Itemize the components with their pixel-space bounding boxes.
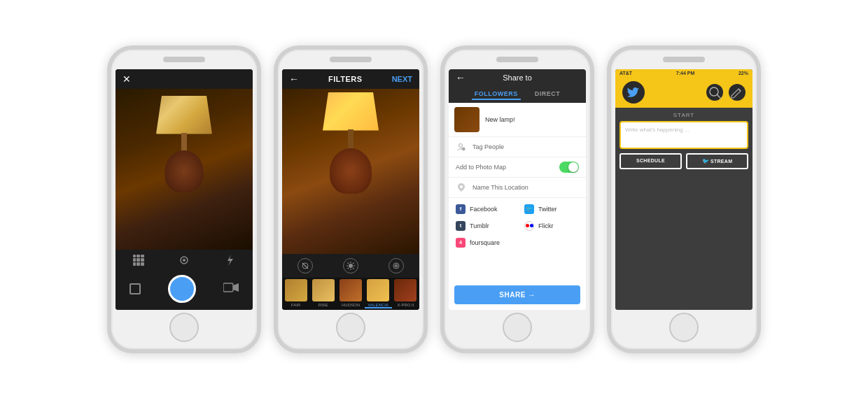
location-icon — [456, 182, 467, 193]
tweetdeck-content: START Write what's happening ... SCHEDUL… — [615, 108, 752, 310]
filter-xpro-label: X-PRO II — [397, 303, 414, 307]
camera-viewfinder — [115, 89, 253, 250]
post-preview: New lamp! — [449, 103, 586, 137]
location-row[interactable]: Name This Location — [449, 178, 586, 198]
location-label: Name This Location — [472, 184, 528, 191]
camera-controls — [115, 250, 253, 271]
next-button[interactable]: NEXT — [392, 75, 412, 83]
tweet-input-placeholder: Write what's happening ... — [625, 127, 690, 133]
filter-rise[interactable]: RISE — [309, 278, 337, 310]
facebook-label: Facebook — [470, 206, 498, 213]
filter-strip: FAIR RISE HUDSON VALENCIA — [282, 278, 419, 310]
toggle-thumb — [568, 162, 578, 172]
filters-viewfinder — [282, 89, 419, 254]
tumblr-icon: t — [456, 221, 465, 231]
filters-header: ← FILTERS NEXT — [282, 69, 419, 89]
carrier-label: AT&T — [620, 71, 632, 76]
svg-point-7 — [349, 264, 353, 268]
back-icon[interactable]: ← — [289, 73, 299, 85]
svg-marker-2 — [227, 255, 233, 266]
filtered-lamp-base — [348, 129, 354, 150]
facebook-icon: f — [456, 204, 465, 214]
tag-icon: + — [456, 141, 467, 152]
svg-point-22 — [460, 185, 463, 188]
share-tabs: FOLLOWERS DIRECT — [449, 86, 586, 103]
camera-bottom-controls — [115, 271, 253, 310]
tumblr-label: Tumblr — [470, 222, 489, 229]
svg-line-15 — [347, 268, 349, 269]
facebook-item[interactable]: f Facebook — [449, 201, 517, 218]
filters-screen: ← FILTERS NEXT — [282, 69, 419, 310]
close-icon[interactable]: ✕ — [122, 73, 131, 85]
svg-point-18 — [396, 265, 397, 266]
svg-line-13 — [353, 268, 354, 269]
post-thumbnail — [454, 107, 479, 132]
focus-icon[interactable] — [178, 254, 190, 266]
twitter-bird-icon: 🐦 — [702, 158, 709, 164]
filter-hudson[interactable]: HUDSON — [337, 278, 364, 310]
photo-map-label: Add to Photo Map — [456, 164, 506, 171]
svg-line-12 — [347, 262, 349, 264]
svg-line-24 — [717, 94, 721, 99]
social-networks: f Facebook 🐦 Twitter t Tumblr — [449, 198, 586, 254]
share-back-icon[interactable]: ← — [456, 72, 465, 83]
tab-direct[interactable]: DIRECT — [532, 89, 564, 100]
filter-valencia[interactable]: VALENCIA — [365, 278, 392, 310]
twitter-label: Twitter — [538, 206, 557, 213]
time-label: 7:44 PM — [676, 71, 694, 76]
camera-header: ✕ — [115, 69, 253, 89]
share-button[interactable]: SHARE → — [454, 285, 580, 304]
battery-label: 22% — [738, 71, 748, 76]
tab-followers[interactable]: FOLLOWERS — [472, 89, 521, 100]
lightning-icon[interactable] — [223, 254, 236, 266]
filter-controls — [282, 254, 419, 278]
no-filter-icon[interactable] — [298, 258, 313, 273]
stream-label: STREAM — [710, 159, 732, 164]
foursquare-icon: 4 — [456, 238, 465, 248]
share-header: ← Share to — [449, 69, 586, 86]
schedule-button[interactable]: SCHEDULE — [620, 153, 682, 169]
phone-filters: ← FILTERS NEXT — [274, 45, 428, 353]
foursquare-item[interactable]: 4 foursquare — [449, 234, 517, 251]
compose-icon[interactable] — [729, 84, 746, 101]
tumblr-item[interactable]: t Tumblr — [449, 218, 517, 234]
stream-button[interactable]: 🐦 STREAM — [686, 153, 748, 169]
tag-people-row[interactable]: + Tag People — [449, 137, 586, 157]
photo-map-toggle[interactable] — [559, 162, 579, 173]
tweetdeck-header — [615, 77, 752, 108]
post-caption: New lamp! — [485, 116, 515, 123]
flickr-item[interactable]: Flickr — [517, 218, 586, 234]
phones-container: ✕ — [93, 31, 775, 367]
camera-screen: ✕ — [115, 69, 253, 310]
phone-tweetdeck: AT&T 7:44 PM 22% — [607, 45, 761, 353]
share-button-label: SHARE → — [499, 291, 535, 299]
effects-icon[interactable] — [388, 258, 404, 273]
twitter-item[interactable]: 🐦 Twitter — [517, 201, 586, 218]
tweetdeck-screen: AT&T 7:44 PM 22% — [615, 69, 752, 310]
capture-button[interactable] — [168, 275, 196, 303]
grid-icon[interactable] — [132, 254, 145, 266]
video-icon[interactable] — [223, 283, 239, 295]
share-title: Share to — [503, 73, 532, 82]
tag-people-label: Tag People — [472, 143, 504, 150]
header-icons — [706, 84, 746, 101]
phone-share: ← Share to FOLLOWERS DIRECT New lamp! — [440, 45, 594, 353]
photo-map-row[interactable]: Add to Photo Map — [449, 157, 586, 178]
lamp-shade — [156, 96, 212, 134]
brightness-icon[interactable] — [343, 258, 358, 273]
lamp-body — [165, 150, 204, 192]
filter-xpro[interactable]: X-PRO II — [392, 278, 419, 310]
start-label: START — [620, 112, 748, 118]
tweet-input[interactable]: Write what's happening ... — [620, 121, 748, 149]
foursquare-label: foursquare — [470, 239, 500, 246]
filtered-lamp-shade — [323, 92, 379, 131]
action-buttons: SCHEDULE 🐦 STREAM — [620, 153, 748, 169]
search-icon[interactable] — [706, 84, 723, 101]
svg-point-1 — [183, 259, 186, 262]
svg-line-14 — [353, 262, 354, 264]
filter-fair[interactable]: FAIR — [282, 278, 309, 310]
gallery-icon[interactable] — [130, 283, 141, 294]
filters-title: FILTERS — [328, 75, 363, 83]
status-bar: AT&T 7:44 PM 22% — [615, 69, 752, 77]
filter-hudson-label: HUDSON — [342, 303, 360, 307]
